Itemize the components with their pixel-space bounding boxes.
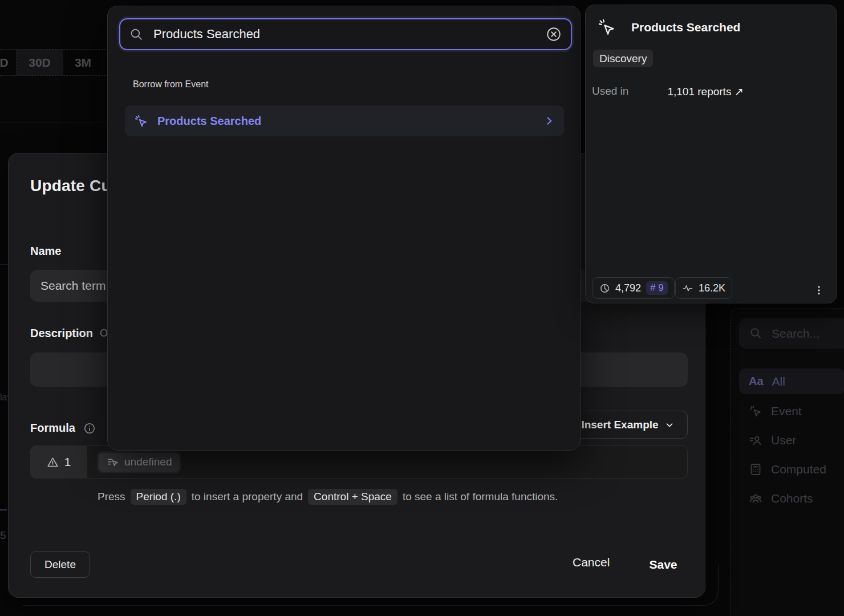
sidebar-item-event[interactable]: Event [739,398,844,424]
sidebar-item-label: Event [771,404,802,418]
modal-title: Update Cu [30,177,111,195]
info-icon[interactable] [83,422,96,435]
sidebar-item-cohorts[interactable]: Cohorts [739,485,844,511]
cursor-click-icon [749,404,762,418]
sidebar-search-field[interactable] [739,318,844,348]
app-screen: D 30D 3M lay 5 Aa All Event [0,0,844,616]
time-tab-3m[interactable]: 3M [63,50,103,75]
name-label: Name [30,245,61,258]
kebab-menu-icon[interactable] [811,279,826,301]
used-in-label: Used in [592,85,628,98]
volume-count: 16.2K [699,282,725,294]
category-badge: Discovery [593,50,653,67]
formula-label: Formula [30,422,75,435]
formula-hint: Press Period (.) to insert a property an… [98,489,558,505]
event-count-pill[interactable]: 4,792 # 9 [593,277,675,299]
divider [103,50,103,75]
property-search-input[interactable] [153,27,536,42]
warning-icon [47,456,59,468]
rank-badge: # 9 [646,281,668,295]
volume-pill[interactable]: 16.2K [675,277,732,299]
formula-chip-label: undefined [124,456,172,468]
text-type-icon: Aa [749,375,764,388]
property-search-field[interactable] [119,18,572,50]
used-in-reports-link[interactable]: 1,101 reports ↗ [667,85,743,98]
sidebar-search-input[interactable] [772,327,840,341]
background-divider [0,123,108,123]
description-label: Description [30,327,93,340]
insert-example-button[interactable]: Insert Example [568,411,688,439]
cancel-button[interactable]: Cancel [573,556,610,569]
sidebar-item-label: User [771,433,796,447]
used-in-row: Used in 1,101 reports ↗ [592,85,744,98]
hint-text: to see a list of formula functions. [403,491,558,503]
calculator-icon [749,463,762,476]
cursor-click-icon [597,18,616,37]
time-tab-30d[interactable]: 30D [17,50,63,75]
search-result-products-searched[interactable]: Products Searched [125,106,564,136]
cursor-click-icon [134,114,148,128]
sidebar-item-computed[interactable]: Computed [739,456,844,482]
hint-text: Press [98,491,125,503]
sidebar-item-all[interactable]: Aa All [739,368,844,394]
chart-axis-label-fragment: 5 [0,529,6,542]
event-property-icon [107,456,119,468]
sidebar-item-label: Computed [771,463,826,476]
pie-chart-icon [599,283,610,294]
chart-series-fragment [0,509,7,510]
event-title: Products Searched [631,21,740,34]
clear-search-icon[interactable] [546,26,562,42]
chevron-right-icon [543,115,555,127]
formula-error-counter[interactable]: 1 [30,445,87,479]
chevron-down-icon [664,420,675,430]
error-count: 1 [64,455,71,469]
search-icon [129,27,144,42]
event-details-card: Products Searched Discovery Used in 1,10… [585,5,837,303]
keyboard-shortcut-ctrl-space: Control + Space [308,489,397,505]
description-optional-hint: O [100,327,108,339]
card-header: Products Searched [597,18,740,37]
user-list-icon [749,433,762,447]
hint-text: to insert a property and [192,491,303,503]
external-link-icon: ↗ [735,86,744,98]
sidebar-item-label: Cohorts [771,492,813,505]
result-label: Products Searched [157,115,534,128]
chart-gridline-fragment [0,264,8,265]
sidebar-item-user[interactable]: User [739,427,844,453]
search-icon [749,327,762,340]
event-count: 4,792 [615,282,641,294]
property-search-overlay: Borrow from Event Products Searched [107,6,581,451]
delete-button[interactable]: Delete [30,551,90,578]
keyboard-shortcut-period: Period (.) [131,489,186,505]
borrow-from-event-header: Borrow from Event [133,79,208,90]
formula-property-chip[interactable]: undefined [99,453,180,472]
people-group-icon [749,492,762,505]
time-range-selector: D 30D 3M [0,49,108,76]
insert-example-label: Insert Example [581,419,658,431]
property-type-sidebar: Aa All Event User Computed Cohorts [730,308,844,616]
time-tab-partial[interactable]: D [0,50,16,75]
sidebar-item-label: All [772,375,785,388]
save-button[interactable]: Save [639,551,688,578]
used-in-value: 1,101 reports [667,86,731,98]
activity-icon [682,282,693,294]
